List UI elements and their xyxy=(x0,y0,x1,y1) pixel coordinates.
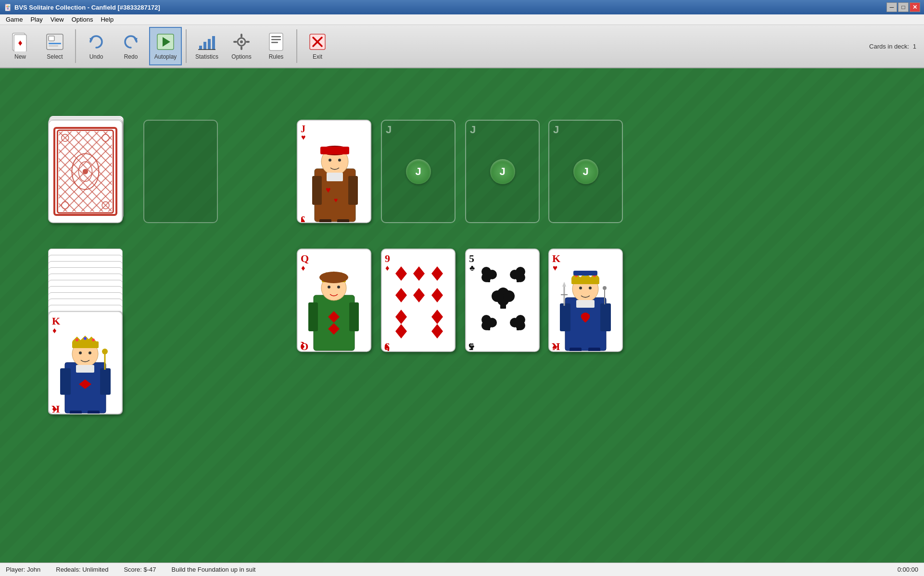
stock-pile[interactable] xyxy=(48,120,123,223)
svg-rect-152 xyxy=(571,277,599,284)
foundation-2-label: J xyxy=(386,124,392,136)
svg-text:♦: ♦ xyxy=(385,263,390,273)
svg-text:♦: ♦ xyxy=(301,342,305,351)
svg-text:9: 9 xyxy=(385,252,390,264)
svg-text:Q: Q xyxy=(301,252,309,264)
svg-rect-11 xyxy=(199,46,202,50)
svg-rect-55 xyxy=(319,219,331,223)
svg-text:♥: ♥ xyxy=(301,133,306,141)
svg-point-134 xyxy=(503,290,515,302)
titlebar-left: 🃏 BVS Solitaire Collection - Canfield [#… xyxy=(4,4,160,11)
foundation-4[interactable]: J J xyxy=(548,120,623,223)
foundation-3-circle: J xyxy=(490,159,515,184)
undo-icon xyxy=(87,32,106,51)
svg-rect-140 xyxy=(487,326,490,330)
svg-point-160 xyxy=(579,287,582,289)
svg-rect-73 xyxy=(76,365,94,373)
svg-rect-163 xyxy=(560,303,570,331)
svg-rect-52 xyxy=(348,176,358,205)
menu-play[interactable]: Play xyxy=(26,15,46,24)
svg-rect-162 xyxy=(576,300,595,308)
svg-text:♣: ♣ xyxy=(469,342,474,351)
svg-point-96 xyxy=(328,286,330,288)
foundation-2-circle: J xyxy=(406,159,431,184)
select-button[interactable]: Select xyxy=(38,27,71,65)
reserve-pile[interactable]: K ♦ K ♦ xyxy=(48,249,123,414)
svg-text:♦: ♦ xyxy=(301,263,305,273)
svg-rect-47 xyxy=(320,147,349,154)
exit-label: Exit xyxy=(313,53,322,60)
maximize-button[interactable]: □ xyxy=(898,2,909,12)
close-button[interactable]: ✕ xyxy=(910,2,920,12)
tableau-2[interactable]: 9 ♦ 9 ♦ xyxy=(381,249,456,352)
svg-point-139 xyxy=(487,318,497,327)
foundation-1[interactable]: J ♥ J ♥ xyxy=(297,120,371,223)
options-button[interactable]: Options xyxy=(225,27,258,65)
game-area[interactable]: J ♥ J ♥ xyxy=(0,68,924,563)
toolbar-sep-1 xyxy=(75,29,76,63)
svg-rect-131 xyxy=(517,278,519,282)
svg-point-72 xyxy=(89,351,91,354)
autoplay-button[interactable]: Autoplay xyxy=(149,27,182,65)
waste-pile[interactable] xyxy=(143,120,218,223)
redo-label: Redo xyxy=(124,53,138,60)
hint-status: Build the Foundation up in suit xyxy=(172,566,256,573)
tableau-1[interactable]: Q ♦ Q ♦ xyxy=(297,249,371,352)
undo-button[interactable]: Undo xyxy=(80,27,113,65)
redo-button[interactable]: Redo xyxy=(114,27,147,65)
foundation-4-label: J xyxy=(553,124,559,136)
svg-rect-5 xyxy=(49,43,61,44)
foundation-4-circle: J xyxy=(573,159,598,184)
toolbar-sep-2 xyxy=(186,29,187,63)
svg-text:J: J xyxy=(301,124,305,134)
cards-in-deck: Cards in deck: 1 xyxy=(869,43,916,50)
player-status: Player: John xyxy=(6,566,40,573)
toolbar: ♦ New Select Undo xyxy=(0,25,924,68)
svg-rect-13 xyxy=(208,39,211,50)
exit-button[interactable]: Exit xyxy=(301,27,334,65)
svg-point-71 xyxy=(79,351,82,354)
svg-rect-171 xyxy=(588,348,600,352)
svg-rect-80 xyxy=(88,411,100,414)
svg-rect-23 xyxy=(271,36,281,38)
svg-rect-50 xyxy=(327,173,343,181)
svg-rect-20 xyxy=(233,41,237,43)
tableau-4[interactable]: K ♥ K ♥ xyxy=(548,249,623,352)
svg-rect-127 xyxy=(487,278,490,282)
svg-point-77 xyxy=(102,349,108,354)
undo-label: Undo xyxy=(89,53,103,60)
autoplay-icon xyxy=(156,32,175,51)
svg-rect-144 xyxy=(517,326,519,330)
svg-point-143 xyxy=(510,318,519,327)
svg-rect-159 xyxy=(573,271,597,275)
svg-text:♣: ♣ xyxy=(469,263,475,273)
toolbar-sep-3 xyxy=(296,29,297,63)
menu-options[interactable]: Options xyxy=(68,15,97,24)
minimize-button[interactable]: ─ xyxy=(886,2,897,12)
foundation-3[interactable]: J J xyxy=(465,120,540,223)
options-label: Options xyxy=(231,53,251,60)
menu-game[interactable]: Game xyxy=(2,15,26,24)
svg-rect-79 xyxy=(70,411,82,414)
titlebar-controls: ─ □ ✕ xyxy=(886,2,920,12)
new-label: New xyxy=(14,53,26,60)
options-icon xyxy=(232,32,251,51)
svg-rect-100 xyxy=(349,302,359,331)
svg-rect-14 xyxy=(212,36,215,50)
svg-point-70 xyxy=(92,338,95,341)
score-status: Score: $-47 xyxy=(124,566,156,573)
statistics-button[interactable]: Statistics xyxy=(190,27,223,65)
menu-view[interactable]: View xyxy=(47,15,68,24)
svg-rect-74 xyxy=(60,368,71,395)
menubar: Game Play View Options Help xyxy=(0,14,924,25)
svg-text:5: 5 xyxy=(469,252,474,264)
svg-rect-64 xyxy=(72,341,99,348)
menu-help[interactable]: Help xyxy=(97,15,117,24)
svg-point-95 xyxy=(319,272,348,283)
tableau-3[interactable]: 5 ♣ 5 ♣ xyxy=(465,249,540,352)
statusbar: Player: John Redeals: Unlimited Score: $… xyxy=(0,563,924,576)
svg-point-130 xyxy=(510,270,519,279)
foundation-2[interactable]: J J xyxy=(381,120,456,223)
new-button[interactable]: ♦ New xyxy=(4,27,37,65)
rules-button[interactable]: Rules xyxy=(260,27,292,65)
